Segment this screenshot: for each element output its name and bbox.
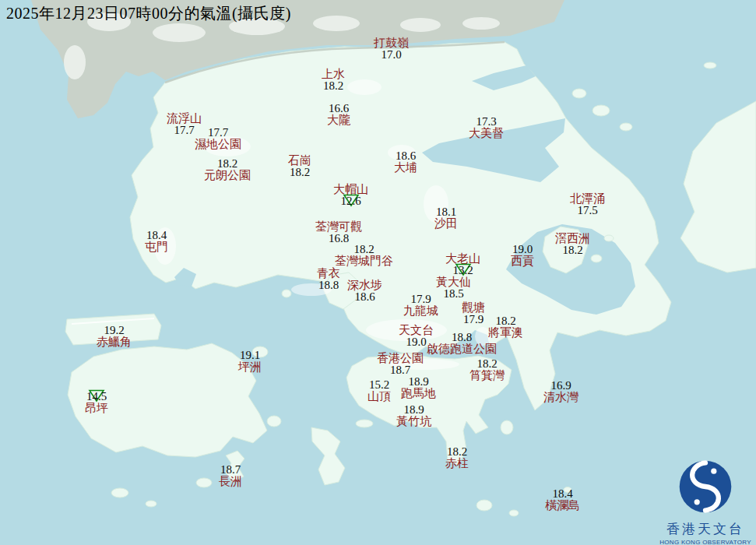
station-temperature: 18.2 [488,315,523,327]
station-temperature: 16.9 [543,380,578,392]
station-name: 香港公園 [377,353,424,364]
temperature-value: 18.2 [353,243,374,255]
station-label: 18.4橫瀾島 [545,488,580,512]
station-name: 青衣 [317,268,340,280]
station-temperature: 17.5 [570,205,605,216]
station-temperature: 19.1 [238,350,262,361]
temperature-value: 18.8 [318,279,339,291]
station-name: 黃竹坑 [396,416,431,427]
station-name: 大隴 [327,114,350,126]
station-temperature: 13.2 [445,265,480,276]
station-name: 上水 [322,69,345,80]
station-label: 大帽山12.6 [333,184,368,207]
station-temperature: 18.2 [204,158,251,170]
station-temperature: 17.9 [403,294,438,305]
station-label: 18.2荃灣城門谷 [335,244,393,267]
station-label: 18.1沙田 [434,206,458,230]
station-temperature: 14.5 [85,391,108,403]
station-name: 沙田 [434,218,458,230]
station-label: 18.4屯門 [145,230,168,253]
temperature-value: 18.2 [562,244,582,256]
station-temperature: 15.2 [367,379,391,391]
station-name: 觀塘 [462,302,485,314]
station-label: 觀塘17.9 [462,302,485,325]
station-name: 長洲 [219,476,242,487]
page-title: 2025年12月23日07時00分的氣溫(攝氏度) [6,3,291,24]
station-label: 18.2元朗公園 [204,158,251,181]
station-temperature: 18.5 [436,288,471,300]
station-label: 大老山13.2 [445,253,480,276]
station-label: 上水18.2 [322,69,345,92]
station-temperature: 18.8 [427,332,497,343]
temperature-value: 18.2 [447,445,467,458]
hko-logo-icon [677,459,733,515]
temperature-value: 18.8 [452,331,472,343]
station-label: 19.1坪洲 [238,350,262,373]
station-label: 18.8啟德跑道公園 [427,332,497,355]
temperature-value: 12.6 [340,195,360,207]
station-temperature: 18.9 [401,376,436,388]
temperature-value: 15.2 [369,378,389,391]
station-name: 滘西洲 [555,233,590,244]
temperature-value: 17.7 [174,124,194,136]
station-label: 18.6大埔 [394,150,417,174]
station-label: 深水埗18.6 [347,280,382,303]
temperature-value: 18.2 [290,166,310,178]
station-label: 16.9清水灣 [543,380,578,403]
station-name: 昂坪 [85,403,108,414]
temperature-value: 18.2 [476,357,497,370]
station-label: 荃灣可觀16.8 [315,221,362,244]
temperature-value: 18.9 [408,375,428,388]
hko-logo: 香港天文台 HONG KONG OBSERVATORY [658,459,753,545]
temperature-value: 19.0 [512,243,533,255]
station-temperature: 18.8 [317,280,340,291]
station-label: 香港公園18.7 [377,353,424,376]
temperature-value: 18.7 [390,364,410,376]
station-name: 黃大仙 [436,276,471,288]
temperature-map-screen: 2025年12月23日07時00分的氣溫(攝氏度) 打鼓嶺17.0上水18.21… [0,0,756,545]
temperature-value: 18.6 [396,149,416,162]
station-label: 18.7長洲 [219,464,242,487]
station-temperature: 18.2 [445,446,469,458]
station-label: 17.3大美督 [469,116,504,139]
station-name: 大埔 [394,162,417,174]
temperature-value: 17.9 [463,313,483,325]
station-name: 打鼓嶺 [374,37,409,49]
station-temperature: 18.6 [347,291,382,303]
station-temperature: 18.2 [322,80,345,92]
station-label: 14.5昂坪 [85,391,108,414]
station-name: 清水灣 [543,392,578,403]
station-name: 九龍城 [403,305,438,317]
hko-logo-name-en: HONG KONG OBSERVATORY [658,539,753,545]
station-name: 元朗公園 [204,170,251,181]
temperature-value: 18.9 [403,403,424,416]
station-temperature: 18.2 [469,358,505,370]
temperature-value: 18.4 [146,229,167,241]
station-name: 深水埗 [347,280,382,291]
station-name: 赤鱲角 [97,336,132,348]
temperature-value: 18.1 [436,206,456,218]
temperature-value: 19.0 [406,336,426,348]
station-temperature: 18.2 [335,244,393,255]
station-temperature: 12.6 [333,195,368,207]
station-temperature: 18.1 [434,206,458,218]
station-label: 18.2赤柱 [445,446,469,469]
station-name: 流浮山 [167,113,202,125]
station-name: 濕地公園 [195,139,241,150]
station-temperature: 18.6 [394,150,417,162]
temperature-value: 18.5 [443,287,463,300]
temperature-value: 13.2 [452,264,473,276]
temperature-value: 17.0 [381,48,401,61]
station-name: 山頂 [367,391,391,403]
station-label: 滘西洲18.2 [555,233,590,256]
station-temperature: 18.7 [219,464,242,476]
station-label: 18.9黃竹坑 [396,404,431,427]
station-temperature: 19.0 [511,244,534,255]
temperature-value: 18.2 [217,157,237,170]
temperature-value: 18.7 [220,463,241,476]
station-label: 19.2赤鱲角 [97,325,132,348]
station-label: 18.9跑馬地 [401,376,436,399]
station-name: 坪洲 [238,361,262,373]
station-temperature: 17.0 [374,49,409,61]
station-label: 黃大仙18.5 [436,276,471,300]
